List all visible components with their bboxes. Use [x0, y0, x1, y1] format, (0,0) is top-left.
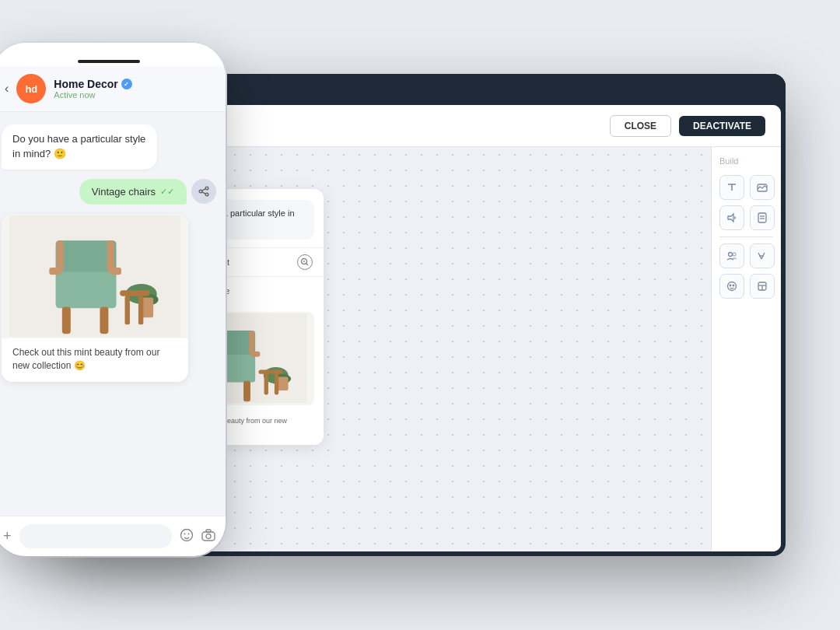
close-button[interactable]: CLOSE — [610, 115, 671, 137]
message-right-wrap: Vintage chairs ✓✓ — [79, 179, 216, 205]
build-grid — [719, 175, 773, 230]
product-card: Check out this mint beauty from our new … — [2, 214, 188, 383]
svg-point-75 — [180, 529, 192, 541]
svg-line-17 — [306, 263, 309, 265]
message-right: Vintage chairs ✓✓ — [79, 179, 187, 205]
chair-image — [2, 214, 188, 338]
svg-rect-69 — [100, 306, 108, 334]
sticker-icon[interactable] — [180, 528, 194, 545]
avatar: hd — [16, 74, 46, 103]
svg-rect-74 — [138, 296, 143, 324]
svg-line-58 — [202, 189, 206, 191]
build-title: Build — [719, 156, 773, 166]
svg-line-59 — [202, 192, 206, 194]
phone-notch — [0, 43, 226, 66]
verified-badge: ✓ — [121, 79, 132, 89]
svg-rect-64 — [56, 269, 117, 308]
svg-point-55 — [205, 187, 208, 190]
build-panel: Build — [711, 147, 781, 551]
browser-window: CLOSE DEACTIVATE — [54, 74, 786, 556]
share-button[interactable] — [191, 179, 216, 204]
sim-search-icon[interactable] — [297, 254, 313, 270]
svg-rect-37 — [264, 374, 268, 395]
build-divider-1 — [719, 236, 773, 237]
svg-rect-70 — [57, 240, 64, 271]
message-left: Do you have a particular style in mind? … — [2, 124, 157, 170]
message-input[interactable] — [19, 524, 172, 548]
check-marks: ✓✓ — [160, 187, 174, 197]
svg-point-18 — [303, 261, 305, 262]
svg-point-77 — [187, 533, 189, 534]
svg-rect-78 — [202, 532, 215, 541]
build-btn-media[interactable] — [750, 175, 775, 200]
camera-icon[interactable] — [201, 528, 215, 545]
phone-input-bar: + — [0, 516, 226, 556]
build-btn-text[interactable] — [719, 175, 744, 200]
svg-point-49 — [728, 282, 737, 291]
svg-rect-36 — [259, 370, 283, 374]
svg-point-76 — [184, 533, 185, 534]
phone-mockup: ‹ hd Home Decor ✓ Active now Do you have… — [0, 43, 226, 556]
build-btn-emoji[interactable] — [719, 274, 744, 299]
svg-rect-73 — [125, 296, 130, 324]
svg-rect-80 — [206, 530, 211, 532]
svg-rect-72 — [120, 290, 150, 296]
svg-rect-33 — [243, 381, 250, 402]
header-status: Active now — [54, 90, 213, 100]
back-arrow-icon[interactable]: ‹ — [5, 82, 9, 96]
svg-marker-42 — [728, 214, 733, 222]
input-icons — [180, 528, 226, 545]
build-btn-file[interactable] — [750, 205, 775, 230]
phone-chat: Do you have a particular style in mind? … — [0, 112, 226, 516]
svg-point-47 — [733, 253, 736, 256]
svg-point-79 — [206, 534, 211, 538]
svg-rect-43 — [758, 213, 766, 222]
svg-rect-71 — [107, 240, 114, 271]
build-grid-2 — [719, 243, 773, 299]
build-btn-group[interactable] — [719, 243, 744, 268]
header-info: Home Decor ✓ Active now — [54, 78, 213, 100]
build-btn-variable[interactable] — [750, 243, 775, 268]
notch-bar — [78, 60, 140, 63]
deactivate-button[interactable]: DEACTIVATE — [679, 116, 765, 136]
svg-point-50 — [730, 285, 731, 286]
build-btn-audio[interactable] — [719, 205, 744, 230]
svg-point-51 — [733, 285, 734, 286]
build-btn-template[interactable] — [750, 274, 775, 299]
svg-rect-68 — [62, 306, 71, 334]
header-name: Home Decor ✓ — [54, 78, 213, 90]
svg-point-57 — [205, 193, 208, 196]
svg-rect-35 — [249, 331, 254, 354]
svg-rect-38 — [275, 374, 278, 395]
phone-header: ‹ hd Home Decor ✓ Active now — [0, 66, 226, 112]
svg-point-46 — [729, 253, 733, 257]
product-caption: Check out this mint beauty from our new … — [2, 338, 188, 383]
svg-point-56 — [199, 190, 202, 193]
add-icon[interactable]: + — [3, 528, 12, 544]
